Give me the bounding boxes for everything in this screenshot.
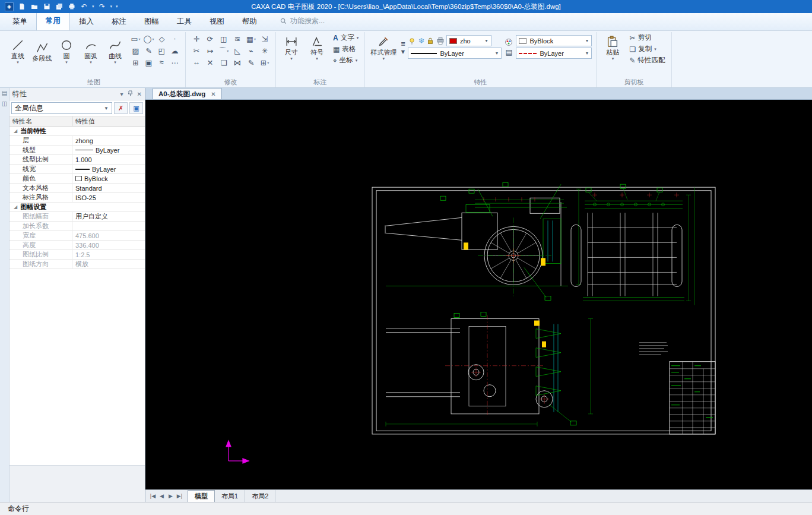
layer-plot-icon[interactable] (436, 37, 445, 45)
break-icon[interactable]: ⌁ (245, 45, 258, 56)
function-search[interactable]: 功能搜索... (280, 16, 325, 26)
copy-button[interactable]: ❏ 复制▾ (627, 44, 667, 54)
trim-icon[interactable]: ✂ (190, 45, 203, 56)
new-file-icon[interactable] (17, 3, 26, 11)
property-group-row[interactable]: ◢当前特性 (9, 127, 145, 136)
property-row[interactable]: 图纸比例1:2.5 (9, 250, 145, 260)
layout-tab-模型[interactable]: 模型 (188, 490, 215, 502)
polygon-icon[interactable]: ◇ (156, 33, 168, 45)
property-row[interactable]: 颜色ByBlock (9, 174, 145, 184)
more-icon[interactable]: ⋯ (169, 56, 181, 68)
scale-icon[interactable]: ⇲ (258, 33, 271, 45)
property-row[interactable]: 线型ByLayer (9, 146, 145, 155)
draw-tool-圆弧[interactable]: 圆弧▾ (80, 36, 102, 65)
collapse-icon[interactable]: ◢ (14, 128, 17, 134)
collapse-icon[interactable]: ◢ (14, 204, 17, 210)
first-layout-icon[interactable]: |◀ (148, 493, 157, 499)
layers-icon[interactable]: ▤ (505, 48, 513, 56)
property-group-row[interactable]: ◢图幅设置 (9, 203, 145, 212)
menu-tab-图幅[interactable]: 图幅 (135, 14, 168, 30)
array-icon[interactable]: ▦▾ (245, 33, 258, 45)
dimension-dropdown-icon[interactable]: ▾ (290, 56, 293, 61)
menu-tab-插入[interactable]: 插入 (70, 14, 103, 30)
property-row[interactable]: 标注风格ISO-25 (9, 193, 145, 203)
color-combo[interactable]: zho ▼ (446, 35, 491, 46)
offset-icon[interactable]: ≋ (231, 33, 244, 45)
prev-layout-icon[interactable]: ◀ (157, 493, 166, 499)
command-line-label[interactable]: 命令行 (8, 504, 29, 514)
select-filter-button[interactable]: ▣ (129, 102, 143, 114)
list-icon[interactable]: ≡ (401, 40, 405, 48)
table-button[interactable]: ▦ 表格 (331, 44, 360, 54)
byblock-combo[interactable]: ByBlock ▼ (516, 35, 592, 46)
copy-object-icon[interactable]: ❏ (217, 56, 230, 68)
property-row[interactable]: 高度336.400 (9, 241, 145, 250)
property-row[interactable]: 图纸方向横放 (9, 260, 145, 269)
linetype-combo[interactable]: ByLayer ▼ (516, 48, 592, 59)
draw-tool-多段线[interactable]: 多段线 (31, 39, 53, 62)
draw-tool-圆[interactable]: 圆▾ (55, 36, 78, 65)
chamfer-icon[interactable]: ◺ (231, 45, 244, 56)
byblock-combo-arrow-icon[interactable]: ▼ (585, 39, 589, 43)
draw-tool-曲线[interactable]: 曲线▾ (104, 36, 126, 65)
clear-selection-button[interactable]: ✗ (114, 102, 128, 114)
draw-tool-直线[interactable]: 直线▾ (7, 36, 29, 65)
edit-polyline-icon[interactable]: ✎ (245, 56, 258, 68)
layer-on-icon[interactable] (408, 37, 416, 45)
color-palette-icon[interactable] (505, 38, 513, 46)
property-row[interactable]: 线宽ByLayer (9, 165, 145, 174)
scope-combo-arrow-icon[interactable]: ▼ (104, 106, 109, 111)
wipeout-icon[interactable]: ◰ (156, 45, 168, 56)
menu-tab-标注[interactable]: 标注 (103, 14, 135, 30)
rotate-icon[interactable]: ⟳ (204, 33, 217, 45)
fillet-icon[interactable]: ⌒▾ (217, 45, 230, 56)
property-row[interactable]: 宽度475.600 (9, 231, 145, 241)
layer-combo[interactable]: ByLayer ▼ (408, 48, 502, 59)
next-layout-icon[interactable]: ▶ (166, 493, 175, 499)
menu-tab-菜单[interactable]: 菜单 (4, 14, 36, 30)
erase-icon[interactable]: ✕ (204, 56, 217, 68)
property-row[interactable]: 文本风格Standard (9, 184, 145, 193)
undo-icon[interactable]: ↶ (80, 3, 88, 11)
panel-menu-icon[interactable]: ▾ (120, 91, 123, 97)
symbol-dropdown-icon[interactable]: ▾ (316, 56, 318, 61)
drawing-canvas[interactable] (145, 100, 812, 489)
property-row[interactable]: 层zhong (9, 136, 145, 146)
menu-tab-常用[interactable]: 常用 (36, 12, 70, 30)
linetype-combo-arrow-icon[interactable]: ▼ (585, 51, 589, 55)
panel-close-icon[interactable]: ✕ (137, 91, 142, 97)
coordinate-button[interactable]: ⌖ 坐标▾ (331, 55, 360, 65)
explode-icon[interactable]: ✳ (258, 45, 271, 56)
layer-lock-icon[interactable] (426, 37, 434, 45)
property-row[interactable]: 线型比例1.000 (9, 155, 145, 165)
style-manager-button[interactable]: 样式管理 ▾ (369, 33, 398, 61)
stretch-icon[interactable]: ↔ (190, 56, 203, 68)
list-dropdown-icon[interactable]: ▾ (401, 49, 405, 54)
join-icon[interactable]: ⋈ (231, 56, 244, 68)
app-icon[interactable]: ◈ (5, 2, 14, 11)
layer-combo-arrow-icon[interactable]: ▼ (495, 51, 499, 55)
point-icon[interactable]: ∙ (169, 33, 181, 45)
ellipse-icon[interactable]: ◯▾ (142, 33, 155, 45)
image-icon[interactable]: ▣ (142, 56, 155, 68)
menu-tab-视图[interactable]: 视图 (201, 14, 233, 30)
menu-tab-工具[interactable]: 工具 (168, 14, 201, 30)
paste-dropdown-icon[interactable]: ▾ (612, 56, 614, 61)
symbol-button[interactable]: 符号 ▾ (306, 33, 328, 65)
spline-fit-icon[interactable]: ≈ (156, 56, 168, 68)
layer-freeze-icon[interactable]: ❄ (418, 36, 424, 45)
qat-customize-icon[interactable]: ▾ (116, 4, 118, 9)
dimension-button[interactable]: 尺寸 ▾ (280, 33, 303, 65)
print-icon[interactable] (67, 3, 76, 11)
style-manager-dropdown-icon[interactable]: ▾ (382, 56, 385, 61)
layout-tab-布局1[interactable]: 布局1 (215, 490, 245, 502)
open-file-icon[interactable] (30, 3, 39, 11)
block-icon[interactable]: ⊞ (129, 56, 142, 68)
block-editor-icon[interactable]: ⊞▾ (258, 56, 271, 68)
property-row[interactable]: 加长系数 (9, 222, 145, 231)
pin-icon[interactable] (128, 90, 133, 98)
save-all-icon[interactable] (55, 3, 64, 11)
property-row[interactable]: 图纸幅面用户自定义 (9, 212, 145, 222)
last-layout-icon[interactable]: ▶| (175, 493, 184, 499)
library-panel-icon[interactable]: ◫ (2, 100, 7, 107)
